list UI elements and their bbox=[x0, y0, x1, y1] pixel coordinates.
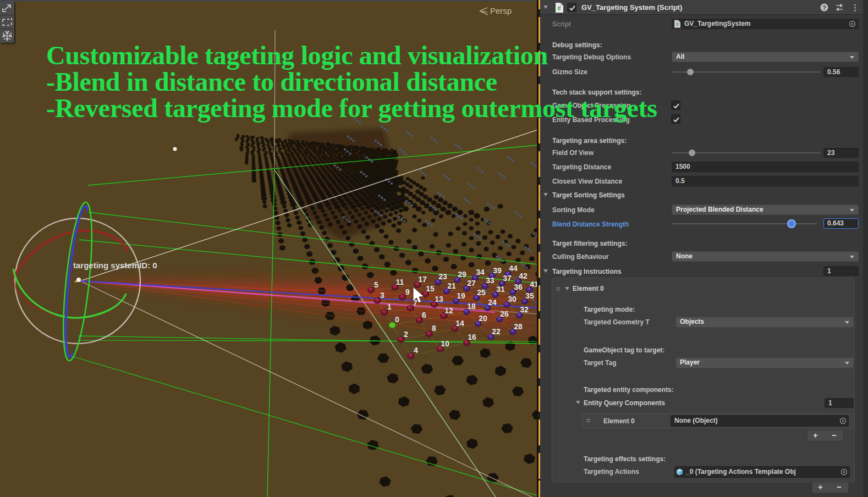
svg-text:15: 15 bbox=[426, 284, 435, 293]
svg-text:30: 30 bbox=[508, 295, 517, 303]
svg-text:17: 17 bbox=[418, 275, 427, 284]
svg-text:36: 36 bbox=[514, 283, 523, 291]
svg-text:44: 44 bbox=[509, 264, 518, 273]
svg-text:20: 20 bbox=[479, 314, 487, 323]
svg-text:6: 6 bbox=[422, 311, 426, 319]
svg-text:19: 19 bbox=[457, 291, 465, 300]
svg-text:28: 28 bbox=[514, 322, 523, 331]
svg-text:34: 34 bbox=[476, 268, 485, 277]
svg-text:#: # bbox=[557, 5, 561, 12]
svg-text:9: 9 bbox=[405, 288, 410, 296]
svg-text:42: 42 bbox=[519, 272, 528, 280]
svg-text:25: 25 bbox=[477, 288, 486, 297]
svg-text:4: 4 bbox=[414, 346, 418, 355]
svg-text:11: 11 bbox=[396, 278, 404, 286]
svg-text:29: 29 bbox=[458, 270, 466, 279]
svg-text:27: 27 bbox=[467, 279, 476, 288]
svg-text:1: 1 bbox=[387, 302, 392, 311]
svg-text:3: 3 bbox=[380, 291, 384, 300]
svg-text:12: 12 bbox=[444, 306, 453, 315]
svg-text:8: 8 bbox=[432, 324, 436, 333]
svg-text:24: 24 bbox=[488, 298, 497, 307]
svg-text:10: 10 bbox=[441, 339, 449, 348]
svg-text:22: 22 bbox=[492, 327, 501, 336]
svg-text:16: 16 bbox=[468, 333, 476, 341]
svg-text:31: 31 bbox=[496, 285, 505, 294]
svg-text:39: 39 bbox=[493, 266, 502, 275]
svg-text:5: 5 bbox=[374, 280, 378, 289]
svg-text:2: 2 bbox=[404, 330, 408, 339]
svg-text:?: ? bbox=[822, 4, 826, 11]
svg-text:18: 18 bbox=[467, 302, 476, 311]
svg-text:13: 13 bbox=[435, 295, 443, 303]
svg-text:37: 37 bbox=[503, 274, 512, 283]
svg-text:33: 33 bbox=[486, 276, 495, 285]
svg-text:26: 26 bbox=[500, 310, 509, 318]
svg-text:#: # bbox=[676, 21, 679, 27]
svg-text:35: 35 bbox=[525, 291, 534, 300]
svg-text:14: 14 bbox=[455, 319, 464, 328]
svg-text:32: 32 bbox=[520, 305, 529, 314]
svg-text:Persp: Persp bbox=[490, 6, 512, 15]
svg-text:targeting systemID: 0: targeting systemID: 0 bbox=[73, 261, 157, 270]
svg-text:21: 21 bbox=[447, 281, 456, 290]
svg-text:0: 0 bbox=[395, 315, 399, 324]
svg-text:23: 23 bbox=[438, 272, 447, 281]
